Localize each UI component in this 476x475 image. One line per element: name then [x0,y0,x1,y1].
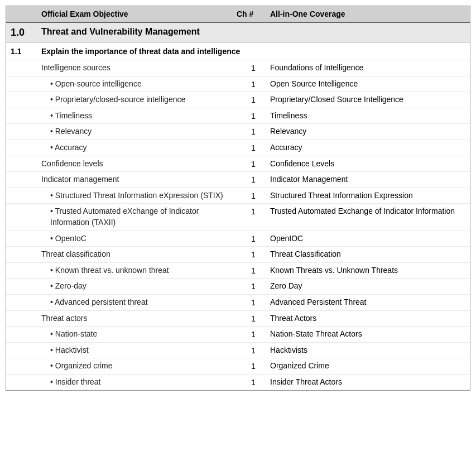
row-ch: 1 [237,142,270,152]
row-objective: Nation-state [41,329,237,340]
row-coverage: Accuracy [270,142,465,153]
row-ch: 1 [237,249,270,259]
row-coverage: Trusted Automated Exchange of Indicator … [270,206,465,217]
row-ch: 1 [237,126,270,136]
row-coverage: Zero Day [270,281,465,292]
row-coverage: OpenIOC [270,233,465,244]
header-col-objective: Official Exam Objective [41,9,237,18]
row-coverage: Threat Actors [270,313,465,324]
table-row: Organized crime1Organized Crime [6,358,470,375]
row-objective: Intelligence sources [41,63,237,74]
table-row: Threat actors1Threat Actors [6,311,470,327]
row-objective: Threat actors [41,313,237,324]
row-ch: 1 [237,174,270,184]
row-coverage: Advanced Persistent Threat [270,297,465,308]
row-ch: 1 [237,63,270,73]
row-coverage: Proprietary/Closed Source Intelligence [270,94,465,105]
header-col-coverage: All-in-One Coverage [270,9,465,18]
table-row: Known threat vs. unknown threat1Known Th… [6,263,470,279]
row-ch: 1 [237,233,270,243]
row-objective: Open-source intelligence [41,79,237,90]
row-coverage: Insider Threat Actors [270,377,465,388]
row-ch: 1 [237,111,270,121]
row-objective: Zero-day [41,281,237,292]
row-ch: 1 [237,345,270,355]
row-coverage: Foundations of Intelligence [270,63,465,74]
row-coverage: Hacktivists [270,345,465,356]
table-row: Advanced persistent threat1Advanced Pers… [6,295,470,311]
row-ch: 1 [237,206,270,216]
row-ch: 1 [237,190,270,200]
row-coverage: Nation-State Threat Actors [270,329,465,340]
table-row: Proprietary/closed-source intelligence1P… [6,92,470,108]
row-objective: Relevancy [41,126,237,137]
table-row: Structured Threat Information eXpression… [6,188,470,204]
section-1-0-title: Threat and Vulnerability Management [41,27,465,39]
row-coverage: Confidence Levels [270,159,465,170]
table-row: Threat classification1Threat Classificat… [6,247,470,263]
row-coverage: Threat Classification [270,249,465,260]
row-coverage: Structured Threat Information Expression [270,190,465,201]
row-objective: Insider threat [41,377,237,388]
row-objective: Confidence levels [41,159,237,170]
row-ch: 1 [237,281,270,291]
subsection-1-1-header: 1.1 Explain the importance of threat dat… [6,43,470,60]
table-row: Accuracy1Accuracy [6,140,470,156]
table-header: Official Exam Objective Ch # All-in-One … [6,6,470,23]
exam-objective-table: Official Exam Objective Ch # All-in-One … [6,6,470,391]
row-coverage: Relevancy [270,126,465,137]
row-coverage: Timeliness [270,111,465,122]
table-row: Hacktivist1Hacktivists [6,343,470,359]
row-objective: Indicator management [41,174,237,185]
row-ch: 1 [237,94,270,104]
table-row: Confidence levels1Confidence Levels [6,156,470,172]
table-row: Relevancy1Relevancy [6,124,470,140]
table-row: Trusted Automated eXchange of Indicator … [6,204,470,231]
table-row: Indicator management1Indicator Managemen… [6,172,470,188]
row-objective: Structured Threat Information eXpression… [41,190,237,201]
row-ch: 1 [237,329,270,339]
row-coverage: Known Threats vs. Unknown Threats [270,265,465,276]
rows-container: Intelligence sources1Foundations of Inte… [6,60,470,390]
subsection-1-1-title: Explain the importance of threat data an… [41,47,465,56]
table-row: OpenIoC1OpenIOC [6,231,470,247]
table-row: Intelligence sources1Foundations of Inte… [6,60,470,76]
row-coverage: Organized Crime [270,361,465,372]
section-1-0-header: 1.0 Threat and Vulnerability Management [6,23,470,43]
header-col-num [11,9,41,18]
row-objective: Advanced persistent threat [41,297,237,308]
row-objective: Threat classification [41,249,237,260]
row-objective: Known threat vs. unknown threat [41,265,237,276]
subsection-1-1-num: 1.1 [11,47,41,56]
row-ch: 1 [237,265,270,275]
header-col-ch: Ch # [237,9,270,18]
table-row: Zero-day1Zero Day [6,279,470,295]
row-objective: Hacktivist [41,345,237,356]
table-row: Insider threat1Insider Threat Actors [6,375,470,391]
row-ch: 1 [237,313,270,323]
row-ch: 1 [237,79,270,89]
row-objective: Proprietary/closed-source intelligence [41,94,237,105]
row-ch: 1 [237,159,270,169]
row-coverage: Indicator Management [270,174,465,185]
table-row: Open-source intelligence1Open Source Int… [6,76,470,93]
section-1-0-num: 1.0 [11,27,41,39]
table-row: Nation-state1Nation-State Threat Actors [6,327,470,343]
table-row: Timeliness1Timeliness [6,108,470,124]
row-coverage: Open Source Intelligence [270,79,465,90]
row-ch: 1 [237,361,270,371]
row-objective: Timeliness [41,111,237,122]
row-objective: Trusted Automated eXchange of Indicator … [41,206,237,228]
row-ch: 1 [237,297,270,307]
row-objective: OpenIoC [41,233,237,244]
row-ch: 1 [237,377,270,387]
row-objective: Accuracy [41,142,237,153]
row-objective: Organized crime [41,361,237,372]
